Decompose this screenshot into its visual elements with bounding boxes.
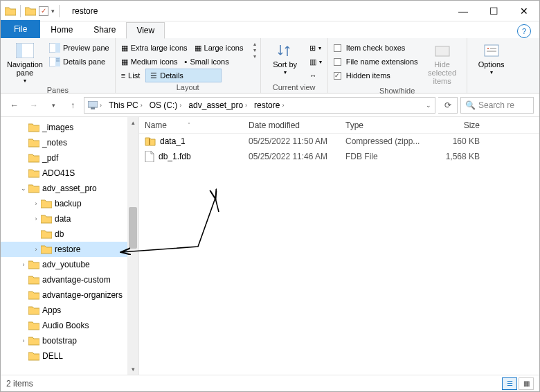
layout-extra-large[interactable]: ▦Extra large icons	[120, 41, 189, 55]
item-check-boxes[interactable]: Item check boxes	[332, 41, 420, 55]
tree-twisty-icon[interactable]: ›	[19, 337, 28, 344]
tab-home[interactable]: Home	[40, 21, 83, 38]
group-by-button[interactable]: ⊞▾	[308, 41, 323, 55]
tree-twisty-icon[interactable]: ›	[31, 246, 41, 253]
tree-scrollbar[interactable]: ▴ ▾	[127, 117, 138, 375]
tree-node[interactable]: ›backup	[1, 196, 138, 211]
file-row[interactable]: db_1.fdb05/25/2022 11:46 AMFDB File1,568…	[139, 149, 539, 164]
tree-node[interactable]: _pdf	[1, 150, 138, 166]
scroll-down-icon[interactable]: ▾	[253, 47, 256, 53]
ribbon-group-show-hide: Item check boxes File name extensions Hi…	[328, 38, 467, 93]
tree-twisty-icon[interactable]: ›	[31, 200, 41, 207]
refresh-button[interactable]: ⟳	[438, 97, 458, 114]
properties-icon[interactable]: ✓	[39, 6, 48, 16]
add-columns-button[interactable]: ▥▾	[308, 55, 323, 69]
tree-twisty-icon[interactable]: ›	[19, 261, 28, 268]
file-row[interactable]: data_105/25/2022 11:50 AMCompressed (zip…	[139, 134, 539, 149]
close-button[interactable]: ✕	[509, 1, 539, 21]
tree-twisty-icon[interactable]: ⌄	[19, 185, 28, 192]
hide-icon	[433, 42, 452, 59]
options-button[interactable]: Options ▾	[471, 41, 512, 78]
columns-icon: ▥	[309, 57, 316, 66]
expand-icon[interactable]: ▾	[253, 53, 256, 60]
tree-node[interactable]: ›adv_youtube	[1, 257, 138, 272]
tree-twisty-icon[interactable]: ›	[31, 215, 41, 222]
navigation-pane-icon	[15, 42, 35, 59]
tree-label: _pdf	[42, 153, 58, 163]
tab-share[interactable]: Share	[83, 21, 126, 38]
col-type[interactable]: Type	[340, 121, 430, 130]
crumb-folder2[interactable]: restore›	[251, 98, 287, 113]
tree-node[interactable]: ›data	[1, 211, 138, 226]
scroll-thumb[interactable]	[129, 207, 137, 249]
tree-node[interactable]: Apps	[1, 303, 138, 318]
back-button[interactable]: ←	[6, 97, 23, 114]
help-button[interactable]: ?	[517, 24, 531, 38]
svg-rect-15	[149, 139, 150, 145]
qat-divider	[59, 5, 60, 17]
chevron-down-icon: ▾	[490, 70, 493, 76]
crumb-this-pc[interactable]: This PC›	[105, 98, 146, 113]
breadcrumb[interactable]: › This PC› OS (C:)› adv_asset_pro› resto…	[84, 97, 435, 114]
scroll-down-icon[interactable]: ▾	[127, 364, 138, 375]
layout-details[interactable]: ☰Details	[145, 69, 222, 82]
size-columns-button[interactable]: ↔	[308, 69, 323, 82]
qat-dropdown-icon[interactable]: ▾	[51, 8, 55, 15]
scroll-up-icon[interactable]: ▴	[253, 41, 256, 47]
tree-node[interactable]: ›restore	[1, 242, 138, 257]
hidden-items[interactable]: Hidden items	[332, 69, 420, 82]
preview-pane-icon	[49, 43, 60, 53]
tree-label: advantage-custom	[42, 275, 111, 285]
file-name: db_1.fdb	[159, 152, 191, 161]
tree-node[interactable]: ›bootstrap	[1, 333, 138, 348]
col-name[interactable]: Name˄	[139, 121, 243, 130]
address-dropdown[interactable]: ⌄	[422, 98, 435, 113]
layout-large[interactable]: ▦Large icons	[193, 41, 245, 55]
tab-view[interactable]: View	[126, 22, 165, 39]
svg-rect-5	[55, 57, 60, 66]
tree-label: _notes	[42, 138, 67, 148]
navigation-pane-button[interactable]: Navigation pane ▾	[5, 41, 45, 86]
window-title: restore	[72, 6, 98, 16]
tree-node[interactable]: advantage-custom	[1, 272, 138, 287]
tree-node[interactable]: ⌄adv_asset_pro	[1, 181, 138, 196]
view-large-button[interactable]: ▦	[519, 377, 534, 390]
tree-label: advantage-organizers	[42, 290, 123, 300]
nav-tree: _images_notes_pdfADO41S⌄adv_asset_pro›ba…	[1, 117, 139, 375]
layout-small[interactable]: ▪Small icons	[183, 55, 231, 69]
file-name-extensions[interactable]: File name extensions	[332, 55, 420, 69]
recent-dropdown[interactable]: ▾	[45, 97, 62, 114]
folder-icon	[25, 6, 36, 16]
tree-node[interactable]: DELL	[1, 348, 138, 364]
tree-node[interactable]: _notes	[1, 135, 138, 150]
scroll-up-icon[interactable]: ▴	[127, 117, 138, 128]
svg-rect-9	[485, 45, 498, 56]
search-input[interactable]: 🔍 Search re	[460, 97, 534, 114]
tab-file[interactable]: File	[1, 20, 40, 38]
tree-node[interactable]: _images	[1, 120, 138, 135]
tree-label: bootstrap	[42, 336, 77, 346]
details-pane-button[interactable]: Details pane	[48, 55, 111, 69]
crumb-drive[interactable]: OS (C:)›	[146, 98, 186, 113]
layout-list[interactable]: ≡List	[120, 69, 142, 82]
chevron-down-icon: ▾	[284, 70, 287, 76]
tree-label: _images	[42, 123, 73, 132]
layout-medium[interactable]: ▦Medium icons	[120, 55, 179, 69]
tree-node[interactable]: advantage-organizers	[1, 287, 138, 303]
tree-node[interactable]: ADO41S	[1, 166, 138, 181]
crumb-pc-icon[interactable]: ›	[84, 98, 105, 113]
preview-pane-button[interactable]: Preview pane	[48, 41, 111, 55]
tree-node[interactable]: db	[1, 226, 138, 242]
hide-selected-button[interactable]: Hide selected items	[422, 41, 462, 87]
icons-icon: ▦	[121, 44, 128, 53]
up-button[interactable]: ↑	[64, 97, 81, 114]
sort-by-button[interactable]: Sort by ▾	[265, 41, 305, 78]
crumb-folder1[interactable]: adv_asset_pro›	[185, 98, 251, 113]
col-size[interactable]: Size	[430, 121, 485, 130]
col-date[interactable]: Date modified	[243, 121, 340, 130]
view-details-button[interactable]: ☰	[502, 377, 517, 390]
minimize-button[interactable]: —	[448, 1, 478, 21]
tree-node[interactable]: Audio Books	[1, 318, 138, 333]
forward-button[interactable]: →	[26, 97, 42, 114]
maximize-button[interactable]: ☐	[478, 1, 509, 21]
